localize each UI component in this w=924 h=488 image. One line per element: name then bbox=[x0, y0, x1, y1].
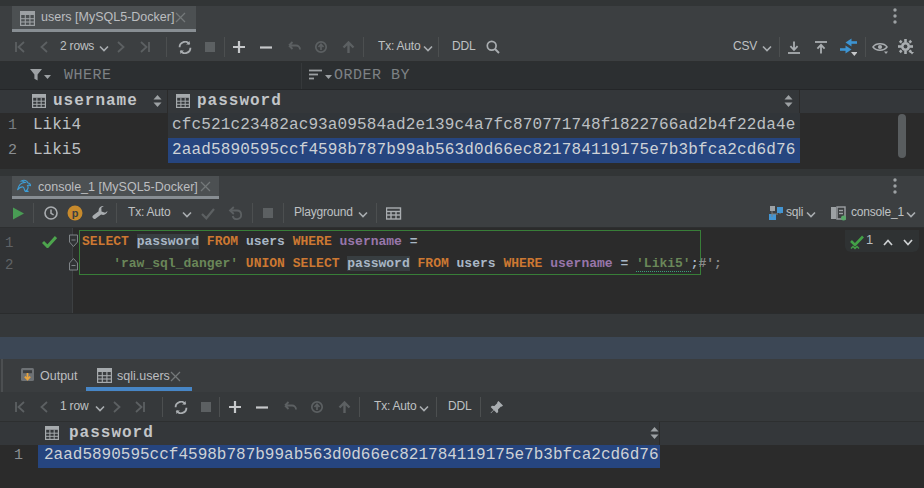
svg-text:p: p bbox=[72, 207, 79, 219]
